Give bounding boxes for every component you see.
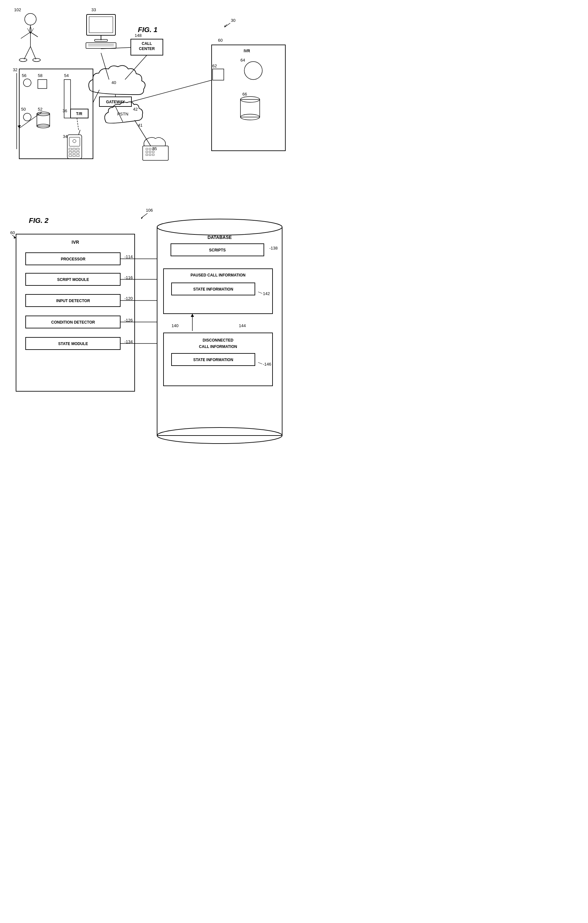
ref-52: 52 xyxy=(38,107,42,112)
ref-142: 142 xyxy=(263,291,270,296)
svg-rect-53 xyxy=(149,148,151,150)
input-detector-label: INPUT DETECTOR xyxy=(56,299,90,303)
state-info-142-label: STATE INFORMATION xyxy=(193,287,233,292)
svg-rect-55 xyxy=(146,151,148,153)
svg-point-8 xyxy=(19,58,27,62)
page: FIG. 1 30 ↙ 102 33 xyxy=(0,0,294,462)
ref-66: 66 xyxy=(242,92,247,97)
svg-rect-39 xyxy=(69,137,80,146)
ref-62: 62 xyxy=(212,64,217,68)
ref-146: -146 xyxy=(263,362,271,366)
state-info-146-label: STATE INFORMATION xyxy=(193,358,233,362)
disconnected-call-label1: DISCONNECTED xyxy=(203,338,233,343)
svg-point-32 xyxy=(23,113,31,121)
ref-144: 144 xyxy=(239,323,246,328)
ref-32: 32 xyxy=(13,67,17,72)
ref-33: 33 xyxy=(91,7,96,12)
svg-rect-49 xyxy=(73,154,76,156)
svg-marker-97 xyxy=(191,314,194,317)
svg-point-2 xyxy=(25,13,36,25)
ref-114: -114 xyxy=(125,254,133,259)
svg-line-4 xyxy=(21,32,30,38)
ref-30: 30 xyxy=(231,18,235,23)
ref-42: 42 xyxy=(133,107,138,112)
disconnected-call-label2: CALL INFORMATION xyxy=(199,345,237,349)
ref-140: 140 xyxy=(171,323,179,328)
svg-point-29 xyxy=(23,79,31,87)
ref-106: 106 xyxy=(146,208,153,213)
svg-line-6 xyxy=(24,46,30,59)
fig1-title: FIG. 1 xyxy=(138,26,158,34)
svg-line-68 xyxy=(77,118,79,130)
ref-102: 102 xyxy=(14,7,21,12)
svg-line-5 xyxy=(30,32,38,37)
svg-marker-71 xyxy=(18,125,21,128)
svg-marker-75 xyxy=(14,236,16,238)
svg-line-99 xyxy=(258,362,262,364)
ref-64: 64 xyxy=(240,58,245,62)
svg-rect-43 xyxy=(73,148,76,150)
svg-text:↙: ↙ xyxy=(224,23,228,28)
ref-58: 58 xyxy=(38,73,42,78)
svg-rect-45 xyxy=(69,151,72,153)
svg-rect-42 xyxy=(69,148,72,150)
ref-120: -120 xyxy=(125,296,133,301)
gateway-label: GATEWAY xyxy=(106,100,125,104)
svg-line-7 xyxy=(30,46,36,59)
scripts-label: SCRIPTS xyxy=(209,248,226,252)
svg-line-69 xyxy=(135,120,151,146)
svg-rect-30 xyxy=(38,79,47,89)
fig2-title: FIG. 2 xyxy=(29,217,49,225)
svg-line-40 xyxy=(79,130,80,135)
svg-line-63 xyxy=(125,55,147,79)
svg-rect-47 xyxy=(77,151,79,153)
svg-rect-38 xyxy=(67,135,82,159)
ref-35: 35 xyxy=(152,146,157,151)
call-center-label: CALL xyxy=(142,41,152,46)
script-module-label: SCRIPT MODULE xyxy=(57,278,89,282)
svg-rect-14 xyxy=(89,17,113,33)
svg-point-41 xyxy=(73,140,76,143)
paused-call-label: PAUSED CALL INFORMATION xyxy=(191,273,245,278)
svg-point-9 xyxy=(33,58,40,62)
svg-rect-17 xyxy=(86,43,116,48)
svg-line-62 xyxy=(101,53,109,79)
ref-34: 34 xyxy=(63,134,67,139)
fig1-diagram: FIG. 1 30 ↙ 102 33 xyxy=(0,0,294,202)
svg-rect-60 xyxy=(152,154,154,156)
ref-60-fig2: 60 xyxy=(10,230,15,235)
svg-rect-59 xyxy=(149,154,151,156)
svg-rect-89 xyxy=(157,227,282,435)
svg-rect-22 xyxy=(213,69,224,80)
processor-label: PROCESSOR xyxy=(61,257,85,261)
svg-rect-13 xyxy=(87,15,115,35)
svg-point-23 xyxy=(244,62,262,79)
ref-54: 54 xyxy=(64,73,69,78)
svg-rect-21 xyxy=(212,45,285,151)
ref-148: 148 xyxy=(135,33,142,38)
ivr-label-fig2: IVR xyxy=(72,240,79,245)
svg-rect-56 xyxy=(149,151,151,153)
ref-50: 50 xyxy=(21,107,26,112)
svg-rect-46 xyxy=(73,151,76,153)
svg-line-94 xyxy=(258,292,262,294)
tr-label: T/R xyxy=(76,112,82,116)
svg-point-90 xyxy=(157,219,282,235)
svg-rect-50 xyxy=(77,154,79,156)
ref-40: 40 xyxy=(112,80,116,85)
ivr-label-fig1: IVR xyxy=(244,49,250,53)
ref-60-fig1: 60 xyxy=(218,38,222,43)
svg-rect-52 xyxy=(146,148,148,150)
ref-56: 56 xyxy=(22,73,26,78)
fig2-diagram: FIG. 2 106 60 IVR -114 PROCESSOR -116 SC… xyxy=(0,202,294,458)
svg-rect-58 xyxy=(146,154,148,156)
svg-rect-44 xyxy=(77,148,79,150)
ref-36: 36 xyxy=(62,108,67,113)
svg-rect-57 xyxy=(152,151,154,153)
state-module-label: STATE MODULE xyxy=(58,342,88,346)
ref-138: -138 xyxy=(269,246,278,250)
database-label: DATABASE xyxy=(207,235,232,240)
svg-rect-48 xyxy=(69,154,72,156)
call-center-label2: CENTER xyxy=(139,46,155,51)
condition-detector-label: CONDITION DETECTOR xyxy=(51,320,95,325)
